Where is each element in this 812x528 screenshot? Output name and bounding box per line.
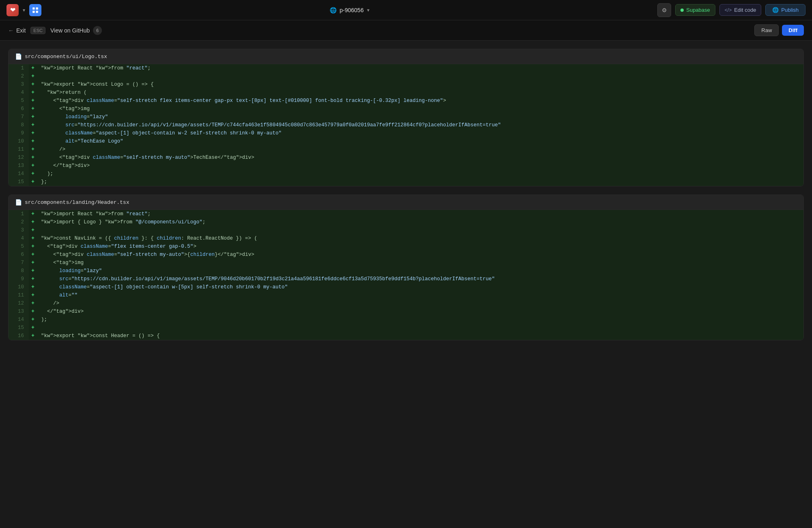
raw-button[interactable]: Raw [754,24,779,36]
line-content: loading="lazy" [37,267,803,275]
line-content: "kw">const NavLink = ({ children }: { ch… [37,234,803,242]
grid-icon [32,6,39,14]
line-indicator: + [29,170,37,178]
edit-code-button[interactable]: </> Edit code [719,4,762,16]
line-content: <"tag">img [37,105,803,113]
table-row: 15+ [9,324,803,332]
nav-left: ❤ ▾ [6,4,41,16]
table-row: 2+ [9,72,803,80]
line-indicator: + [29,97,37,105]
line-number: 2 [9,72,29,80]
line-indicator: + [29,259,37,267]
table-row: 5+ <"tag">div className="self-stretch fl… [9,97,803,105]
table-row: 3+"kw">export "kw">const Logo = () => { [9,80,803,89]
line-indicator: + [29,226,37,234]
line-number: 4 [9,234,29,242]
line-number: 1 [9,64,29,72]
app-logo-icon [29,4,41,16]
line-indicator: + [29,80,37,89]
diff-button[interactable]: Diff [782,25,804,36]
table-row: 4+"kw">const NavLink = ({ children }: { … [9,234,803,242]
line-indicator: + [29,89,37,97]
table-row: 1+"kw">import React "kw">from "react"; [9,64,803,72]
table-row: 10+ className="aspect-[1] object-contain… [9,283,803,291]
logo-heart: ❤ [6,4,19,16]
line-indicator: + [29,178,37,186]
esc-badge: ESC [30,27,45,34]
line-content: className="aspect-[1] object-contain w-[… [37,283,803,291]
line-number: 10 [9,137,29,145]
line-content: "kw">import React "kw">from "react"; [37,210,803,218]
line-indicator: + [29,324,37,332]
main-content: 📄 src/components/ui/Logo.tsx 1+"kw">impo… [0,41,812,528]
line-indicator: + [29,316,37,324]
table-row: 6+ <"tag">img [9,105,803,113]
line-content [37,226,803,234]
file-icon-logo: 📄 [15,53,22,60]
line-content: alt="TechEase Logo" [37,137,803,145]
line-number: 6 [9,251,29,259]
line-content: "kw">return ( [37,89,803,97]
back-arrow-icon: ← [8,27,14,34]
table-row: 1+"kw">import React "kw">from "react"; [9,210,803,218]
publish-button[interactable]: 🌐 Publish [765,4,806,16]
table-row: 16+"kw">export "kw">const Header = () =>… [9,332,803,340]
line-content: <"tag">div className="flex items-center … [37,242,803,251]
line-content: alt="" [37,291,803,299]
table-row: 8+ src="https://cdn.builder.io/api/v1/im… [9,121,803,129]
line-content: }; [37,178,803,186]
table-row: 8+ loading="lazy" [9,267,803,275]
line-content: "kw">import { Logo } "kw">from "@/compon… [37,218,803,226]
table-row: 13+ </"tag">div> [9,307,803,316]
line-indicator: + [29,283,37,291]
supabase-button[interactable]: Supabase [675,4,715,16]
line-indicator: + [29,275,37,283]
table-row: 9+ className="aspect-[1] object-contain … [9,129,803,137]
line-content: /> [37,145,803,154]
line-number: 2 [9,218,29,226]
line-number: 14 [9,170,29,178]
line-content: ); [37,316,803,324]
line-number: 11 [9,291,29,299]
svg-rect-2 [32,11,35,13]
settings-button[interactable]: ⚙ [657,3,671,17]
line-number: 15 [9,324,29,332]
table-row: 7+ loading="lazy" [9,113,803,121]
line-number: 8 [9,121,29,129]
line-number: 10 [9,283,29,291]
view-on-github-link[interactable]: View on GitHub 6 [50,26,102,35]
line-number: 15 [9,178,29,186]
line-indicator: + [29,267,37,275]
line-number: 7 [9,259,29,267]
diff-header-header: 📄 src/components/landing/Header.tsx [9,195,803,210]
line-indicator: + [29,299,37,307]
line-content: /> [37,299,803,307]
line-content: <"tag">img [37,259,803,267]
table-row: 3+ [9,226,803,234]
line-number: 5 [9,97,29,105]
table-row: 12+ /> [9,299,803,307]
logo-chevron-icon[interactable]: ▾ [23,7,25,13]
line-content: "kw">export "kw">const Header = () => { [37,332,803,340]
line-number: 16 [9,332,29,340]
table-row: 10+ alt="TechEase Logo" [9,137,803,145]
line-number: 11 [9,145,29,154]
exit-button[interactable]: ← Exit [8,27,26,34]
line-content: "kw">import React "kw">from "react"; [37,64,803,72]
table-row: 11+ alt="" [9,291,803,299]
line-indicator: + [29,307,37,316]
line-indicator: + [29,121,37,129]
svg-rect-0 [32,7,35,9]
line-number: 14 [9,316,29,324]
line-indicator: + [29,234,37,242]
secondary-nav-right: Raw Diff [754,24,804,36]
project-dropdown-icon[interactable]: ▾ [367,7,369,13]
line-number: 13 [9,307,29,316]
table-row: 14+); [9,316,803,324]
publish-label: Publish [781,7,799,13]
code-container-header: 1+"kw">import React "kw">from "react";2+… [9,210,803,340]
globe-icon: 🌐 [330,7,337,13]
gear-icon: ⚙ [662,7,667,13]
line-number: 9 [9,275,29,283]
line-indicator: + [29,145,37,154]
